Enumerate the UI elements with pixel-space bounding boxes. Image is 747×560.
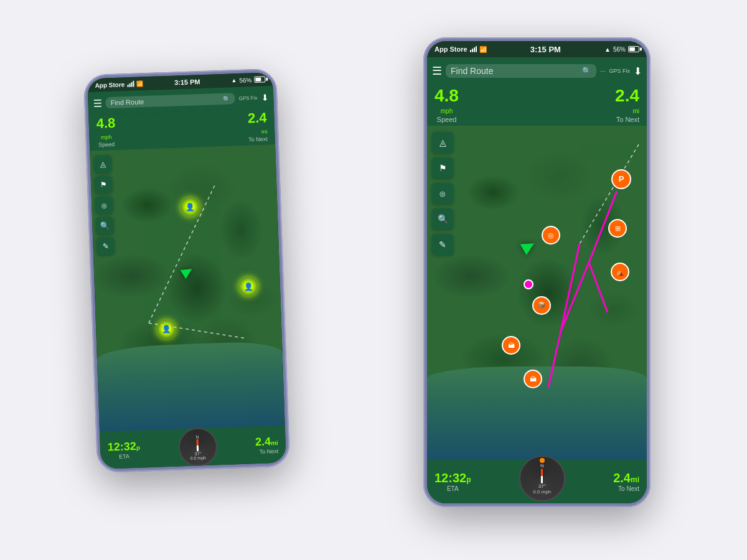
eta-stat-right: 12:32p ETA xyxy=(435,471,471,492)
wifi-icon-left: 📶 xyxy=(136,80,143,86)
eta-label-right: ETA xyxy=(435,485,471,492)
search-tool-right[interactable]: 🔍 xyxy=(432,208,453,230)
search-icon-right: 🔍 xyxy=(582,67,591,75)
compass-left: N 37° 0.0 mph xyxy=(178,427,218,467)
to-next-label-right: To Next xyxy=(613,485,639,492)
speed-label-left: Speed xyxy=(97,141,116,148)
compass-speed-right: 0.0 mph xyxy=(533,489,551,495)
to-next-label-left: To Next xyxy=(255,448,278,455)
dist-value-left: 2.4 xyxy=(248,111,267,125)
app-store-label-left: App Store xyxy=(95,81,125,89)
compass-inner-left: N 37° 0.0 mph xyxy=(179,429,217,466)
eta-value-left: 12:32p xyxy=(107,439,140,454)
nav-bar-right: ☰ Find Route 🔍 ··· GPS Fix ⬇ xyxy=(427,57,647,85)
side-toolbar-left: ◬ ⚑ ◎ 🔍 ✎ xyxy=(93,155,115,255)
bottom-bar-right: 12:32p ETA N 37° 0.0 mph 2.4mi To Nex xyxy=(427,460,647,503)
speed-label-right: Speed xyxy=(435,116,459,123)
phone-right: App Store 📶 3:15 PM ▲ 56% ☰ Find Route xyxy=(423,37,651,507)
dist-label-right: To Next xyxy=(615,116,639,123)
signal-icon-left xyxy=(127,81,134,87)
hamburger-icon-right[interactable]: ☰ xyxy=(432,64,442,78)
eta-stat-left: 12:32p ETA xyxy=(107,439,140,460)
gps-fix-label-left: GPS Fix xyxy=(238,95,257,101)
search-icon-left: 🔍 xyxy=(222,95,230,102)
download-icon-right[interactable]: ⬇ xyxy=(634,65,642,77)
gps-icon-right: ▲ xyxy=(604,46,611,53)
compass-orange-right xyxy=(540,458,545,463)
dist-unit-right: mi xyxy=(632,108,639,114)
stats-bar-left: 4.8 mph Speed 2.4 mi To Next xyxy=(88,108,275,151)
search-placeholder-right: Find Route xyxy=(451,66,493,76)
compass-tool-right[interactable]: ◬ xyxy=(432,132,453,153)
marker-camp-right: ⛺ xyxy=(611,263,629,281)
speed-stat-right: 4.8 mph Speed xyxy=(435,87,459,123)
speed-stat-left: 4.8 mph Speed xyxy=(96,116,116,148)
speed-value-left: 4.8 xyxy=(96,116,115,131)
to-next-value-left: 2.4mi xyxy=(255,435,278,449)
marker-parking-right: P xyxy=(611,169,631,189)
battery-pct-left: 56% xyxy=(239,77,251,84)
dist-unit-left: mi xyxy=(261,128,268,134)
time-left: 3:15 PM xyxy=(174,78,200,86)
app-store-label-right: App Store xyxy=(435,45,467,53)
time-right: 3:15 PM xyxy=(530,45,561,54)
flag-tool-left[interactable]: ⚑ xyxy=(95,175,113,194)
search-tool-left[interactable]: 🔍 xyxy=(96,217,114,235)
distance-stat-right: 2.4 mi To Next xyxy=(615,87,639,123)
wifi-icon-right: 📶 xyxy=(479,46,487,53)
map-area-left[interactable]: ◬ ⚑ ◎ 🔍 ✎ 👤 👤 xyxy=(90,144,285,432)
search-placeholder-left: Find Route xyxy=(110,98,144,106)
to-next-stat-left: 2.4mi To Next xyxy=(255,435,279,455)
nav-icons-right: ··· GPS Fix ⬇ xyxy=(600,65,642,77)
compass-tool-left[interactable]: ◬ xyxy=(93,155,111,173)
gps-fix-dots-right: ··· xyxy=(600,68,605,75)
flag-tool-right[interactable]: ⚑ xyxy=(432,157,453,179)
map-area-right[interactable]: ◬ ⚑ ◎ 🔍 ✎ P xyxy=(427,126,647,460)
distance-stat-left: 2.4 mi To Next xyxy=(248,111,268,142)
battery-icon-right xyxy=(628,46,639,52)
gps-tool-right[interactable]: ◎ xyxy=(432,183,453,204)
scene: App Store 📶 3:15 PM ▲ 56% ☰ Find Route xyxy=(0,0,747,560)
search-box-left[interactable]: Find Route 🔍 xyxy=(105,93,235,108)
pencil-tool-right[interactable]: ✎ xyxy=(432,234,453,255)
marker-waypoint-right: ◎ xyxy=(542,226,560,245)
hamburger-icon-left[interactable]: ☰ xyxy=(93,97,102,109)
nav-icons-left: GPS Fix ⬇ xyxy=(238,92,268,103)
gps-icon-left: ▲ xyxy=(231,77,237,83)
speed-unit-right: mph xyxy=(441,108,453,114)
battery-icon-left xyxy=(254,76,265,83)
eta-value-right: 12:32p xyxy=(435,471,471,485)
download-icon-left[interactable]: ⬇ xyxy=(261,92,269,102)
dist-value-right: 2.4 xyxy=(615,87,639,105)
phone-left: App Store 📶 3:15 PM ▲ 56% ☰ Find Route xyxy=(83,68,290,473)
compass-right: N 37° 0.0 mph xyxy=(519,455,565,502)
person-icon-1: 👤 xyxy=(186,203,195,212)
speed-value-right: 4.8 xyxy=(435,87,459,105)
dist-label-left: To Next xyxy=(248,136,268,142)
person-icon-2: 👤 xyxy=(244,282,253,292)
gps-fix-label-right: GPS Fix xyxy=(609,68,630,74)
compass-n-right: N xyxy=(540,463,544,469)
compass-needle-left xyxy=(197,439,199,451)
eta-label-left: ETA xyxy=(108,452,140,460)
compass-degrees-right: 37° xyxy=(538,483,546,489)
compass-needle-right xyxy=(541,469,543,483)
map-lake-left xyxy=(96,341,285,432)
bottom-bar-left: 12:32p ETA N 37° 0.0 mph 2.4mi To Next xyxy=(100,426,286,469)
pencil-tool-left[interactable]: ✎ xyxy=(96,237,115,255)
stats-bar-right: 4.8 mph Speed 2.4 mi To Next xyxy=(427,85,647,126)
battery-pct-right: 56% xyxy=(613,46,626,53)
speed-unit-left: mph xyxy=(101,134,112,141)
compass-inner-right: N 37° 0.0 mph xyxy=(520,457,564,500)
search-box-right[interactable]: Find Route 🔍 xyxy=(446,64,596,78)
gps-tool-left[interactable]: ◎ xyxy=(95,196,113,214)
compass-n-left: N xyxy=(195,434,199,439)
to-next-stat-right: 2.4mi To Next xyxy=(613,471,639,492)
person-icon-3: 👤 xyxy=(162,325,171,334)
side-toolbar-right: ◬ ⚑ ◎ 🔍 ✎ xyxy=(432,132,453,255)
signal-icon-right xyxy=(470,46,477,52)
compass-speed-left: 0.0 mph xyxy=(190,455,206,460)
status-bar-right: App Store 📶 3:15 PM ▲ 56% xyxy=(427,41,647,57)
to-next-value-right: 2.4mi xyxy=(613,471,639,485)
